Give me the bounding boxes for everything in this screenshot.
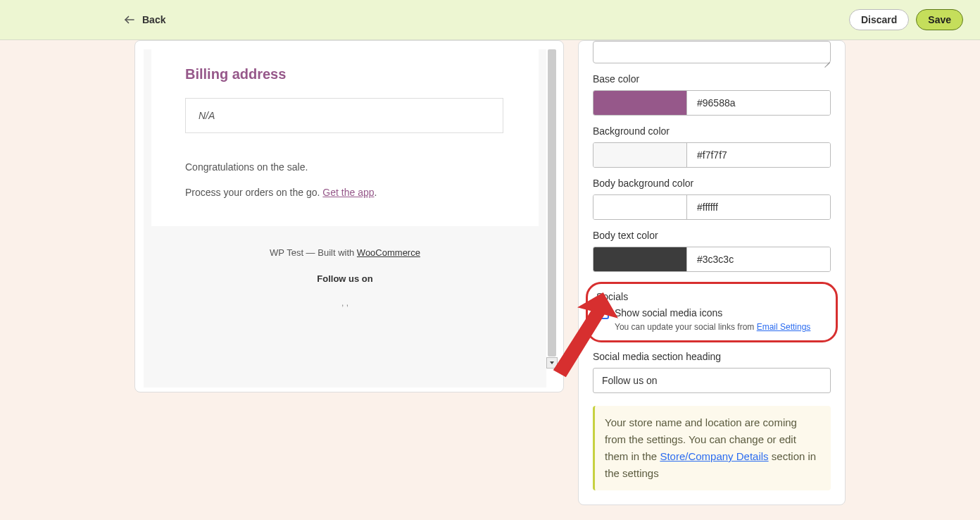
body-bg-swatch[interactable] [593, 195, 686, 219]
bg-color-label: Background color [593, 125, 831, 137]
email-footer: WP Test — Built with WooCommerce Follow … [144, 226, 546, 315]
back-label: Back [142, 14, 165, 25]
socials-highlight-box: Socials Show social media icons You can … [586, 282, 838, 342]
discard-button[interactable]: Discard [849, 9, 909, 30]
store-details-notice: Your store name and location are coming … [593, 406, 831, 490]
get-app-link[interactable]: Get the app [322, 187, 374, 198]
email-preview-card: Billing address N/A Congratulations on t… [134, 40, 564, 392]
bg-color-input[interactable] [686, 143, 830, 167]
preview-scrollbar[interactable] [548, 49, 556, 357]
body-text-input[interactable] [686, 247, 830, 271]
email-settings-link[interactable]: Email Settings [757, 322, 811, 332]
save-button[interactable]: Save [916, 9, 963, 30]
header-textarea[interactable] [593, 41, 831, 63]
show-social-label: Show social media icons [615, 307, 722, 318]
base-color-field [593, 90, 831, 116]
follow-us-heading: Follow us on [144, 273, 546, 284]
socials-title: Socials [596, 291, 827, 302]
settings-panel: Base color Background color Body backgro… [578, 40, 846, 505]
bg-color-field [593, 142, 831, 168]
billing-heading: Billing address [185, 66, 505, 82]
arrow-left-icon [122, 13, 137, 27]
top-bar: Back Discard Save [0, 0, 980, 40]
social-placeholders: , , [144, 298, 546, 308]
show-social-checkbox[interactable] [596, 307, 609, 319]
body-text-label: Body text color [593, 230, 831, 241]
body-text-swatch[interactable] [593, 247, 686, 271]
body-bg-label: Body background color [593, 178, 831, 189]
woocommerce-link[interactable]: WooCommerce [357, 247, 420, 258]
back-button[interactable]: Back [122, 13, 165, 27]
body-bg-field [593, 194, 831, 220]
social-heading-input[interactable] [593, 368, 831, 393]
base-color-input[interactable] [686, 91, 830, 115]
process-text: Process your orders on the go. Get the a… [185, 187, 505, 198]
billing-na-box: N/A [185, 98, 503, 133]
base-color-swatch[interactable] [593, 91, 686, 115]
socials-hint: You can update your social links from Em… [615, 322, 827, 332]
resize-handle-icon[interactable] [823, 56, 830, 63]
store-details-link[interactable]: Store/Company Details [660, 450, 768, 462]
body-text-field [593, 247, 831, 272]
base-color-label: Base color [593, 73, 831, 85]
bg-color-swatch[interactable] [593, 143, 686, 167]
action-buttons: Discard Save [849, 9, 963, 30]
social-heading-label: Social media section heading [593, 351, 831, 362]
svg-marker-1 [550, 361, 554, 364]
scroll-down-button[interactable] [546, 357, 558, 369]
body-bg-input[interactable] [686, 195, 830, 219]
congrats-text: Congratulations on the sale. [185, 161, 505, 173]
